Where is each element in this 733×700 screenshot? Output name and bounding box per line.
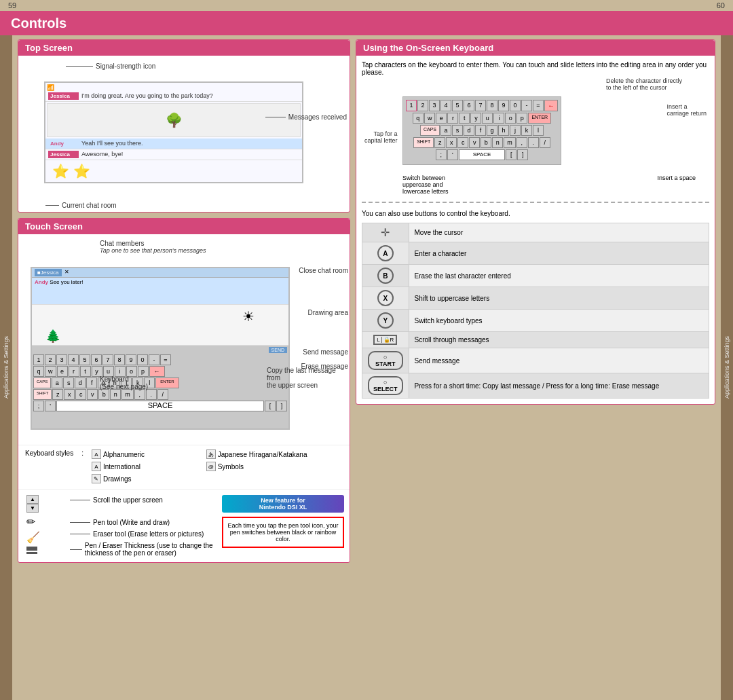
kb-slash2[interactable]: /: [540, 137, 550, 148]
kb-u[interactable]: u: [482, 113, 493, 124]
kb-g[interactable]: g: [487, 125, 497, 136]
key-slash[interactable]: /: [157, 389, 168, 400]
key-bracket-l[interactable]: [: [265, 401, 276, 411]
kb-k[interactable]: k: [521, 125, 532, 136]
key-d[interactable]: d: [75, 377, 86, 388]
key-r[interactable]: r: [69, 366, 79, 377]
key-space[interactable]: SPACE: [56, 401, 264, 411]
kb-0[interactable]: 0: [510, 100, 521, 111]
kb-h[interactable]: h: [498, 125, 509, 136]
key-caps[interactable]: CAPS: [33, 377, 51, 388]
signal-icon: 📶: [47, 84, 54, 91]
key-6[interactable]: 6: [91, 354, 102, 365]
bottom-tools-layout: ▲ ▼ ✏ 🧹: [24, 495, 344, 557]
kb-shift[interactable]: SHIFT: [413, 137, 434, 148]
start-button-icon: ○ START: [368, 351, 403, 370]
kb-p[interactable]: p: [516, 113, 527, 124]
kb-2[interactable]: 2: [417, 100, 428, 111]
select-btn-cell: ○ SELECT: [362, 373, 409, 399]
key-a[interactable]: a: [52, 377, 62, 388]
key-q[interactable]: q: [33, 366, 44, 377]
kb-minus[interactable]: -: [521, 100, 532, 111]
kb-rbracket[interactable]: ]: [517, 149, 528, 160]
key-v[interactable]: v: [87, 389, 98, 400]
kb-3[interactable]: 3: [429, 100, 440, 111]
key-semicolon[interactable]: ;: [33, 401, 44, 411]
kb-semi[interactable]: ;: [436, 149, 447, 160]
kb-y[interactable]: y: [470, 113, 481, 124]
key-enter-touch[interactable]: ENTER: [155, 377, 178, 388]
key-c[interactable]: c: [75, 389, 86, 400]
kb-f[interactable]: f: [475, 125, 486, 136]
key-e[interactable]: e: [57, 366, 68, 377]
key-9[interactable]: 9: [126, 354, 136, 365]
kb-caps[interactable]: CAPS: [420, 125, 440, 136]
kb-t[interactable]: t: [459, 113, 470, 124]
kb-n[interactable]: n: [492, 137, 503, 148]
kb-w[interactable]: w: [424, 113, 436, 124]
b-btn-cell: B: [362, 265, 409, 287]
kb-backspace[interactable]: ←: [544, 100, 558, 111]
kb-9[interactable]: 9: [498, 100, 509, 111]
kb-apos[interactable]: ': [447, 149, 458, 160]
key-3[interactable]: 3: [56, 354, 67, 365]
key-apostrophe[interactable]: ': [45, 401, 56, 411]
kb-b[interactable]: b: [481, 137, 491, 148]
key-t[interactable]: t: [80, 366, 91, 377]
key-z[interactable]: z: [52, 389, 63, 400]
kb-v[interactable]: v: [469, 137, 480, 148]
key-x[interactable]: x: [64, 389, 75, 400]
key-0[interactable]: 0: [137, 354, 148, 365]
kb-lbracket[interactable]: [: [506, 149, 516, 160]
thickness-text: Pen / Eraser Thickness (use to change th…: [85, 542, 217, 557]
kb-x[interactable]: x: [446, 137, 457, 148]
kb-s[interactable]: s: [452, 125, 463, 136]
table-row-y: Y Switch keyboard types: [362, 310, 709, 332]
scroll-down[interactable]: ▼: [26, 504, 39, 513]
kb-z[interactable]: z: [434, 137, 445, 148]
key-period[interactable]: .: [146, 389, 157, 400]
key-4[interactable]: 4: [68, 354, 79, 365]
key-1[interactable]: 1: [33, 354, 44, 365]
key-equals[interactable]: =: [160, 354, 171, 365]
kb-e[interactable]: e: [436, 113, 447, 124]
key-dash[interactable]: -: [149, 354, 159, 365]
kb-a[interactable]: a: [440, 125, 451, 136]
kb-d[interactable]: d: [464, 125, 474, 136]
kb-4[interactable]: 4: [440, 100, 451, 111]
key-w[interactable]: w: [45, 366, 56, 377]
kb-m[interactable]: m: [504, 137, 516, 148]
key-m[interactable]: m: [121, 389, 134, 400]
kb-7[interactable]: 7: [475, 100, 486, 111]
kb-i[interactable]: i: [493, 113, 504, 124]
kb-comma2[interactable]: ,: [516, 137, 527, 148]
scroll-up[interactable]: ▲: [26, 495, 39, 504]
kb-j[interactable]: j: [510, 125, 521, 136]
key-bracket-r[interactable]: ]: [276, 401, 287, 411]
key-7[interactable]: 7: [102, 354, 113, 365]
key-s[interactable]: s: [63, 377, 74, 388]
kb-8[interactable]: 8: [487, 100, 497, 111]
kb-1[interactable]: 1: [406, 100, 417, 111]
key-n[interactable]: n: [110, 389, 121, 400]
kb-c[interactable]: c: [457, 137, 468, 148]
kb-eq[interactable]: =: [533, 100, 544, 111]
kb-o[interactable]: o: [505, 113, 516, 124]
key-8[interactable]: 8: [114, 354, 125, 365]
key-2[interactable]: 2: [45, 354, 56, 365]
kb-6[interactable]: 6: [464, 100, 474, 111]
kb-5[interactable]: 5: [452, 100, 463, 111]
key-comma[interactable]: ,: [134, 389, 145, 400]
key-backspace-touch[interactable]: ←: [149, 366, 165, 377]
key-f[interactable]: f: [86, 377, 97, 388]
kb-period2[interactable]: .: [528, 137, 539, 148]
touch-send-btn[interactable]: SEND: [269, 347, 287, 353]
key-b[interactable]: b: [98, 389, 109, 400]
kb-space-key[interactable]: SPACE: [459, 149, 506, 160]
kb-q[interactable]: q: [413, 113, 424, 124]
key-shift-touch[interactable]: SHIFT: [33, 389, 52, 400]
kb-l[interactable]: l: [533, 125, 544, 136]
kb-r[interactable]: r: [447, 113, 458, 124]
kb-enter[interactable]: ENTER: [528, 113, 551, 124]
key-5[interactable]: 5: [79, 354, 90, 365]
